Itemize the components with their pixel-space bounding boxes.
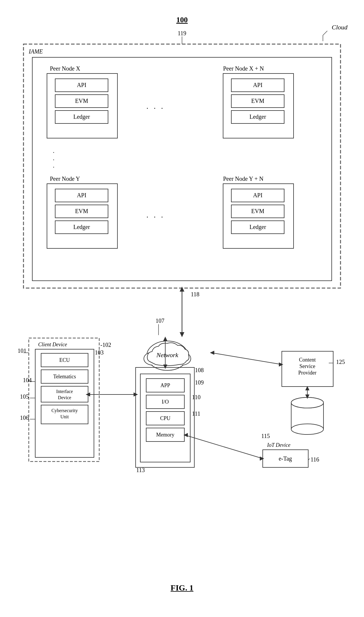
peer-node-yn-ledger: Ledger [250,224,266,230]
ref-110: 110 [192,394,200,400]
memory-component: Memory [156,432,174,438]
ref-118: 118 [191,291,199,297]
peer-node-yn-api: API [253,192,262,198]
peer-node-xn-evm: EVM [251,98,264,104]
dots-h-bottom: . . . [146,211,165,219]
network-cloud: Network [144,341,191,370]
svg-line-56 [185,435,263,459]
csp-label-content: Content [299,357,316,363]
ref-115: 115 [261,433,270,439]
cloud-label: Cloud [332,24,348,31]
iame-label: IAME [28,48,43,55]
client-device-label: Client Device [38,342,67,347]
diagram-svg: 100 Cloud 119 IAME Peer Node X API EVM L… [12,12,352,570]
top-ref-label: 100 [176,16,188,24]
ref-109: 109 [195,379,204,386]
ecu-component: ECU [59,357,70,363]
ref-104: 104 [23,377,32,383]
ref-106: 106 [20,414,29,421]
svg-text:.: . [53,162,55,169]
database-bottom [291,424,323,434]
ref-111: 111 [192,410,200,417]
ref-103: 103 [95,349,104,356]
ref-116: 116 [311,456,319,463]
peer-node-yn-evm: EVM [251,208,264,214]
peer-node-x-ledger: Ledger [73,113,90,120]
peer-node-x-api: API [77,82,86,88]
peer-node-y-api: API [77,192,86,198]
peer-node-x-label: Peer Node X [50,65,80,72]
peer-node-y-evm: EVM [75,208,88,214]
svg-line-0 [323,31,327,35]
io-component: I/O [162,399,169,405]
dots-v: . [53,147,55,154]
ref-102: -102 [100,342,111,348]
ref-119: 119 [178,30,186,36]
svg-line-46 [211,353,282,364]
arrow-up-iame [180,287,184,292]
cybersecurity-unit-component: Cybersecurity [51,408,78,413]
svg-marker-48 [210,351,214,355]
cpu-component: CPU [160,415,170,421]
dots-h-top: . . . [146,102,165,111]
peer-node-xn-ledger: Ledger [250,113,266,120]
iame-inner-box [32,57,332,281]
ref-107: 107 [156,317,164,324]
svg-marker-57 [260,457,264,461]
client-inner-box [35,349,94,457]
svg-text:Device: Device [58,395,71,400]
iame-outer-box [23,44,341,288]
peer-node-xn-api: API [253,82,262,88]
iot-device-label: IoT Device [267,442,290,448]
ref-125: 125 [336,359,345,365]
peer-node-xn-label: Peer Node X + N [223,65,264,72]
peer-node-x-evm: EVM [75,98,88,104]
svg-marker-41 [163,337,167,341]
svg-text:Service: Service [299,363,315,369]
ref-113: 113 [136,467,145,473]
etag-label: e-Tag [279,455,292,462]
peer-node-y-ledger: Ledger [73,224,90,230]
svg-text:Provider: Provider [298,370,316,376]
svg-point-51 [291,397,323,408]
figure-label: FIG. 1 [171,583,193,593]
network-label: Network [156,351,179,359]
peer-node-y-label: Peer Node Y [50,175,80,182]
arrow-down-network [180,332,184,337]
peer-node-yn-label: Peer Node Y + N [223,175,264,182]
app-component: APP [160,382,170,388]
svg-text:.: . [53,154,55,162]
svg-text:Unit: Unit [60,414,69,419]
interface-device-component: Interface [56,389,73,394]
telematics-component: Telematics [53,374,76,379]
svg-marker-47 [279,362,283,367]
ref-105: 105 [20,393,29,400]
ref-108: 108 [195,367,204,373]
